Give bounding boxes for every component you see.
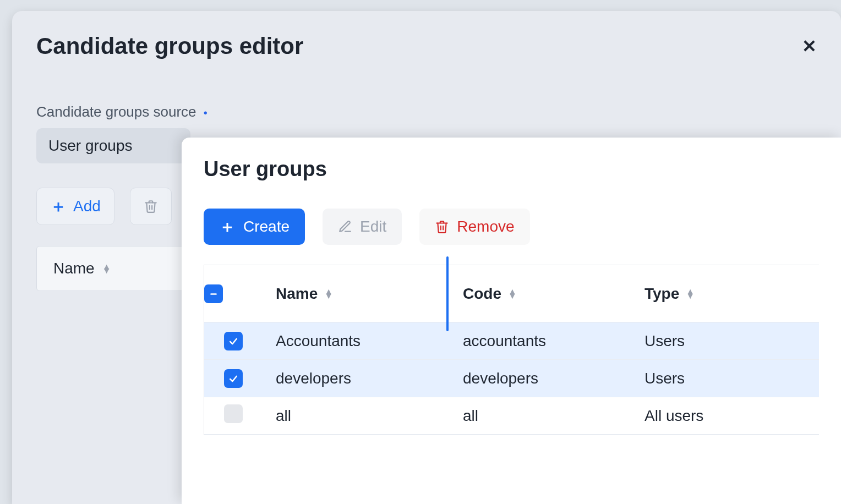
bg-name-column-header[interactable]: Name [53, 260, 95, 277]
plus-icon: ＋ [50, 198, 67, 215]
sort-icon: ▲▼ [686, 289, 695, 297]
picker-table-head: Name ▲▼ Code ▲▼ Type ▲▼ [204, 265, 819, 322]
remove-button-label: Remove [457, 218, 514, 235]
type-column-label: Type [645, 285, 679, 303]
user-groups-picker-dialog: User groups ＋ Create Edit Remove [182, 138, 841, 504]
plus-icon: ＋ [219, 218, 236, 235]
row-checkbox[interactable] [224, 404, 243, 423]
delete-button[interactable] [130, 188, 172, 225]
table-row[interactable]: Accountants accountants Users [204, 322, 819, 360]
row-checkbox[interactable] [224, 332, 243, 350]
sort-icon: ▲▼ [324, 289, 333, 297]
row-code: all [463, 407, 645, 425]
editor-header: Candidate groups editor ✕ [36, 33, 817, 59]
background-table-header: Name ▲▼ [36, 246, 190, 291]
row-name: all [276, 407, 463, 425]
svg-rect-0 [210, 293, 217, 295]
source-label: Candidate groups source • [36, 103, 817, 120]
edit-button[interactable]: Edit [323, 209, 402, 245]
close-button[interactable]: ✕ [802, 37, 817, 55]
name-column-header[interactable]: Name ▲▼ [276, 285, 463, 303]
row-type: All users [645, 407, 819, 425]
picker-title: User groups [204, 157, 819, 181]
edit-button-label: Edit [360, 218, 386, 235]
create-button[interactable]: ＋ Create [204, 209, 305, 245]
sort-icon: ▲▼ [508, 289, 517, 297]
row-name: developers [276, 370, 463, 387]
row-type: Users [645, 370, 819, 387]
row-code: accountants [463, 332, 645, 350]
table-row[interactable]: all all All users [204, 397, 819, 435]
source-select-value: User groups [48, 137, 133, 155]
required-indicator-icon: • [204, 107, 207, 119]
code-column-header[interactable]: Code ▲▼ [463, 285, 645, 303]
code-column-label: Code [463, 285, 501, 303]
name-column-label: Name [276, 285, 318, 303]
editor-title: Candidate groups editor [36, 33, 303, 59]
pencil-icon [338, 220, 352, 234]
row-type: Users [645, 332, 819, 350]
table-row[interactable]: developers developers Users [204, 360, 819, 397]
select-all-checkbox[interactable] [204, 284, 223, 303]
type-column-header[interactable]: Type ▲▼ [645, 285, 819, 303]
row-select-cell [204, 332, 276, 350]
picker-toolbar: ＋ Create Edit Remove [204, 209, 819, 245]
remove-button[interactable]: Remove [419, 209, 529, 245]
trash-icon [144, 199, 158, 213]
close-icon: ✕ [802, 36, 817, 56]
source-label-text: Candidate groups source [36, 103, 196, 120]
create-button-label: Create [243, 218, 290, 235]
row-name: Accountants [276, 332, 463, 350]
row-select-cell [204, 369, 276, 388]
add-button[interactable]: ＋ Add [36, 188, 114, 225]
row-checkbox[interactable] [224, 369, 243, 388]
source-select[interactable]: User groups [36, 128, 190, 163]
sort-icon: ▲▼ [102, 265, 111, 272]
row-code: developers [463, 370, 645, 387]
picker-table: Name ▲▼ Code ▲▼ Type ▲▼ Accountants acco… [204, 265, 819, 435]
select-all-header [204, 284, 276, 303]
trash-icon [435, 220, 449, 234]
add-button-label: Add [73, 198, 101, 215]
row-select-cell [204, 404, 276, 427]
